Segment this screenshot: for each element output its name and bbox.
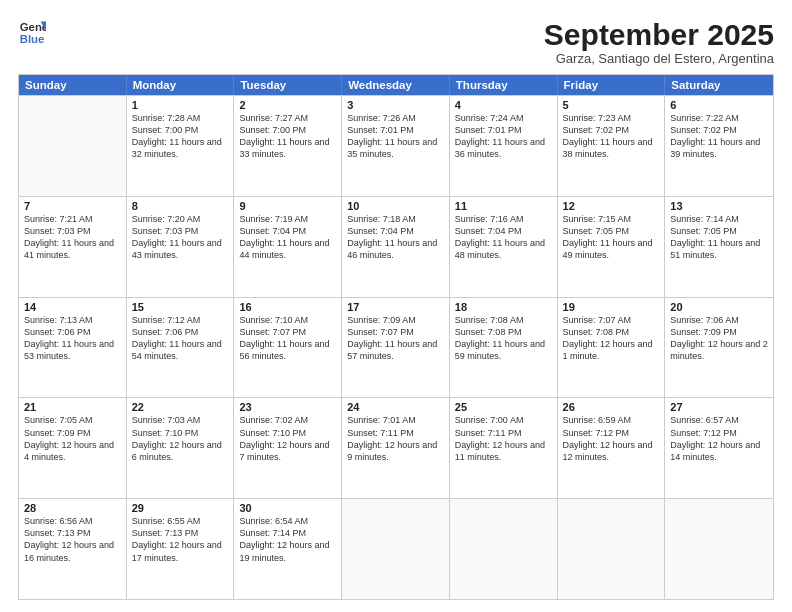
day-number: 27 [670, 401, 768, 413]
cell-sun-info: Sunrise: 7:07 AMSunset: 7:08 PMDaylight:… [563, 314, 660, 363]
day-number: 25 [455, 401, 552, 413]
cell-sun-info: Sunrise: 7:03 AMSunset: 7:10 PMDaylight:… [132, 414, 229, 463]
svg-text:Blue: Blue [20, 33, 45, 45]
empty-cell [342, 499, 450, 599]
day-cell-21: 21Sunrise: 7:05 AMSunset: 7:09 PMDayligh… [19, 398, 127, 498]
day-number: 1 [132, 99, 229, 111]
day-cell-20: 20Sunrise: 7:06 AMSunset: 7:09 PMDayligh… [665, 298, 773, 398]
day-number: 30 [239, 502, 336, 514]
logo-icon: General Blue [18, 18, 46, 46]
calendar-row-2: 14Sunrise: 7:13 AMSunset: 7:06 PMDayligh… [19, 297, 773, 398]
cell-sun-info: Sunrise: 7:27 AMSunset: 7:00 PMDaylight:… [239, 112, 336, 161]
header: General Blue September 2025 Garza, Santi… [18, 18, 774, 66]
day-cell-4: 4Sunrise: 7:24 AMSunset: 7:01 PMDaylight… [450, 96, 558, 196]
day-cell-27: 27Sunrise: 6:57 AMSunset: 7:12 PMDayligh… [665, 398, 773, 498]
day-number: 28 [24, 502, 121, 514]
day-cell-9: 9Sunrise: 7:19 AMSunset: 7:04 PMDaylight… [234, 197, 342, 297]
day-cell-6: 6Sunrise: 7:22 AMSunset: 7:02 PMDaylight… [665, 96, 773, 196]
day-cell-1: 1Sunrise: 7:28 AMSunset: 7:00 PMDaylight… [127, 96, 235, 196]
day-number: 3 [347, 99, 444, 111]
calendar-row-4: 28Sunrise: 6:56 AMSunset: 7:13 PMDayligh… [19, 498, 773, 599]
day-cell-5: 5Sunrise: 7:23 AMSunset: 7:02 PMDaylight… [558, 96, 666, 196]
cell-sun-info: Sunrise: 7:18 AMSunset: 7:04 PMDaylight:… [347, 213, 444, 262]
empty-cell [665, 499, 773, 599]
day-cell-18: 18Sunrise: 7:08 AMSunset: 7:08 PMDayligh… [450, 298, 558, 398]
day-number: 20 [670, 301, 768, 313]
day-cell-24: 24Sunrise: 7:01 AMSunset: 7:11 PMDayligh… [342, 398, 450, 498]
day-number: 13 [670, 200, 768, 212]
weekday-header-tuesday: Tuesday [234, 75, 342, 95]
day-number: 10 [347, 200, 444, 212]
cell-sun-info: Sunrise: 7:21 AMSunset: 7:03 PMDaylight:… [24, 213, 121, 262]
empty-cell [558, 499, 666, 599]
day-number: 15 [132, 301, 229, 313]
cell-sun-info: Sunrise: 7:24 AMSunset: 7:01 PMDaylight:… [455, 112, 552, 161]
cell-sun-info: Sunrise: 6:56 AMSunset: 7:13 PMDaylight:… [24, 515, 121, 564]
cell-sun-info: Sunrise: 7:08 AMSunset: 7:08 PMDaylight:… [455, 314, 552, 363]
day-number: 21 [24, 401, 121, 413]
day-number: 7 [24, 200, 121, 212]
weekday-header-monday: Monday [127, 75, 235, 95]
logo: General Blue [18, 18, 46, 46]
cell-sun-info: Sunrise: 7:22 AMSunset: 7:02 PMDaylight:… [670, 112, 768, 161]
day-cell-30: 30Sunrise: 6:54 AMSunset: 7:14 PMDayligh… [234, 499, 342, 599]
day-number: 23 [239, 401, 336, 413]
cell-sun-info: Sunrise: 7:05 AMSunset: 7:09 PMDaylight:… [24, 414, 121, 463]
day-cell-19: 19Sunrise: 7:07 AMSunset: 7:08 PMDayligh… [558, 298, 666, 398]
cell-sun-info: Sunrise: 7:15 AMSunset: 7:05 PMDaylight:… [563, 213, 660, 262]
day-cell-16: 16Sunrise: 7:10 AMSunset: 7:07 PMDayligh… [234, 298, 342, 398]
day-cell-8: 8Sunrise: 7:20 AMSunset: 7:03 PMDaylight… [127, 197, 235, 297]
day-number: 11 [455, 200, 552, 212]
weekday-header-thursday: Thursday [450, 75, 558, 95]
day-cell-25: 25Sunrise: 7:00 AMSunset: 7:11 PMDayligh… [450, 398, 558, 498]
location-subtitle: Garza, Santiago del Estero, Argentina [544, 51, 774, 66]
weekday-header-saturday: Saturday [665, 75, 773, 95]
day-cell-2: 2Sunrise: 7:27 AMSunset: 7:00 PMDaylight… [234, 96, 342, 196]
cell-sun-info: Sunrise: 6:55 AMSunset: 7:13 PMDaylight:… [132, 515, 229, 564]
weekday-header-sunday: Sunday [19, 75, 127, 95]
weekday-header-wednesday: Wednesday [342, 75, 450, 95]
calendar-row-1: 7Sunrise: 7:21 AMSunset: 7:03 PMDaylight… [19, 196, 773, 297]
day-cell-13: 13Sunrise: 7:14 AMSunset: 7:05 PMDayligh… [665, 197, 773, 297]
cell-sun-info: Sunrise: 7:09 AMSunset: 7:07 PMDaylight:… [347, 314, 444, 363]
calendar-header: SundayMondayTuesdayWednesdayThursdayFrid… [19, 75, 773, 95]
day-cell-26: 26Sunrise: 6:59 AMSunset: 7:12 PMDayligh… [558, 398, 666, 498]
day-cell-23: 23Sunrise: 7:02 AMSunset: 7:10 PMDayligh… [234, 398, 342, 498]
cell-sun-info: Sunrise: 7:06 AMSunset: 7:09 PMDaylight:… [670, 314, 768, 363]
day-number: 8 [132, 200, 229, 212]
day-number: 22 [132, 401, 229, 413]
cell-sun-info: Sunrise: 6:57 AMSunset: 7:12 PMDaylight:… [670, 414, 768, 463]
cell-sun-info: Sunrise: 7:10 AMSunset: 7:07 PMDaylight:… [239, 314, 336, 363]
calendar-row-0: 1Sunrise: 7:28 AMSunset: 7:00 PMDaylight… [19, 95, 773, 196]
cell-sun-info: Sunrise: 7:00 AMSunset: 7:11 PMDaylight:… [455, 414, 552, 463]
day-cell-29: 29Sunrise: 6:55 AMSunset: 7:13 PMDayligh… [127, 499, 235, 599]
cell-sun-info: Sunrise: 7:28 AMSunset: 7:00 PMDaylight:… [132, 112, 229, 161]
cell-sun-info: Sunrise: 6:54 AMSunset: 7:14 PMDaylight:… [239, 515, 336, 564]
page: General Blue September 2025 Garza, Santi… [0, 0, 792, 612]
day-number: 29 [132, 502, 229, 514]
day-cell-14: 14Sunrise: 7:13 AMSunset: 7:06 PMDayligh… [19, 298, 127, 398]
cell-sun-info: Sunrise: 7:16 AMSunset: 7:04 PMDaylight:… [455, 213, 552, 262]
empty-cell [19, 96, 127, 196]
day-cell-7: 7Sunrise: 7:21 AMSunset: 7:03 PMDaylight… [19, 197, 127, 297]
month-title: September 2025 [544, 18, 774, 51]
day-cell-17: 17Sunrise: 7:09 AMSunset: 7:07 PMDayligh… [342, 298, 450, 398]
day-number: 2 [239, 99, 336, 111]
calendar: SundayMondayTuesdayWednesdayThursdayFrid… [18, 74, 774, 600]
day-cell-22: 22Sunrise: 7:03 AMSunset: 7:10 PMDayligh… [127, 398, 235, 498]
weekday-header-friday: Friday [558, 75, 666, 95]
day-number: 16 [239, 301, 336, 313]
day-number: 17 [347, 301, 444, 313]
cell-sun-info: Sunrise: 7:13 AMSunset: 7:06 PMDaylight:… [24, 314, 121, 363]
day-number: 4 [455, 99, 552, 111]
empty-cell [450, 499, 558, 599]
cell-sun-info: Sunrise: 7:20 AMSunset: 7:03 PMDaylight:… [132, 213, 229, 262]
day-number: 9 [239, 200, 336, 212]
cell-sun-info: Sunrise: 7:12 AMSunset: 7:06 PMDaylight:… [132, 314, 229, 363]
cell-sun-info: Sunrise: 7:19 AMSunset: 7:04 PMDaylight:… [239, 213, 336, 262]
cell-sun-info: Sunrise: 7:26 AMSunset: 7:01 PMDaylight:… [347, 112, 444, 161]
day-cell-3: 3Sunrise: 7:26 AMSunset: 7:01 PMDaylight… [342, 96, 450, 196]
day-number: 18 [455, 301, 552, 313]
day-number: 26 [563, 401, 660, 413]
day-number: 5 [563, 99, 660, 111]
